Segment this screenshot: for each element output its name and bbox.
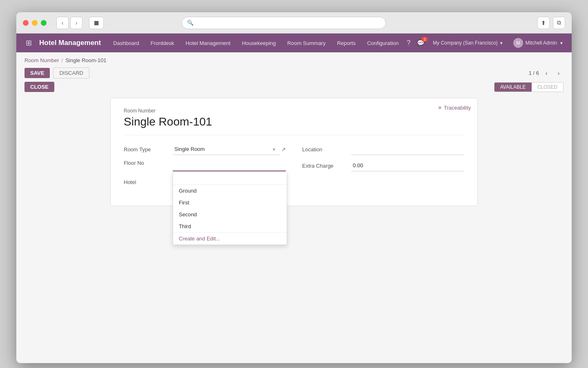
extra-charge-field	[351, 160, 464, 171]
traffic-lights	[23, 20, 47, 26]
company-dropdown-icon: ▼	[499, 41, 503, 45]
url-bar[interactable]: 🔍	[182, 17, 386, 29]
dropdown-search-input[interactable]	[173, 172, 287, 185]
company-selector[interactable]: My Company (San Francisco) ▼	[430, 38, 507, 47]
room-type-field: ▼ ↗	[173, 144, 286, 155]
chat-button[interactable]: 💬 2	[415, 38, 426, 48]
floor-no-row: Floor No Ground First Second Third Creat…	[124, 160, 286, 171]
user-name: Mitchell Admin	[526, 40, 557, 46]
floor-no-input[interactable]	[173, 160, 286, 171]
floor-no-label: Floor No	[124, 160, 173, 166]
nav-reports[interactable]: Reports	[331, 34, 361, 52]
forward-button[interactable]: ›	[70, 17, 82, 29]
help-icon[interactable]: ?	[405, 38, 412, 48]
main-window: ‹ › ▦ 🔍 ⬆ ⧉ ⊞ Hotel Management Dashboard…	[16, 12, 572, 363]
user-menu[interactable]: M Mitchell Admin ▼	[510, 36, 567, 49]
pagination: 1 / 6 ‹ ›	[529, 68, 564, 78]
chat-badge: 2	[421, 37, 428, 42]
titlebar: ‹ › ▦ 🔍 ⬆ ⧉	[16, 12, 572, 34]
traceability-icon: ≡	[438, 105, 441, 111]
form-left-col: Room Type ▼ ↗ Floor No	[124, 144, 286, 193]
dropdown-item-second[interactable]: Second	[173, 209, 287, 220]
nav-dashboard[interactable]: Dashboard	[107, 34, 145, 52]
minimize-window-button[interactable]	[32, 20, 38, 26]
nav-room-summary[interactable]: Room Summary	[282, 34, 332, 52]
action-bar2: CLOSE AVAILABLE CLOSED	[24, 82, 564, 92]
search-icon: 🔍	[187, 20, 194, 26]
company-name: My Company (San Francisco)	[433, 40, 498, 46]
room-type-external-link-icon[interactable]: ↗	[281, 146, 286, 153]
nav-hotel-management[interactable]: Hotel Management	[180, 34, 236, 52]
status-closed[interactable]: CLOSED	[532, 83, 563, 92]
status-available[interactable]: AVAILABLE	[494, 83, 532, 92]
avatar: M	[513, 38, 523, 48]
status-toggle: AVAILABLE CLOSED	[494, 82, 564, 92]
room-type-row: Room Type ▼ ↗	[124, 144, 286, 155]
record-type-label: Room Number	[124, 108, 464, 114]
discard-button[interactable]: DISCARD	[53, 67, 89, 79]
floor-no-field: Ground First Second Third Create and Edi…	[173, 160, 286, 171]
back-button[interactable]: ‹	[56, 17, 69, 29]
dropdown-item-ground[interactable]: Ground	[173, 185, 287, 197]
form-card: ≡ Traceability Room Number Single Room-1…	[110, 98, 478, 206]
prev-record-button[interactable]: ‹	[541, 68, 551, 78]
app-grid-button[interactable]: ⊞	[21, 36, 36, 50]
form-right-col: Location Extra Charge	[302, 144, 464, 193]
pagination-count: 1 / 6	[529, 70, 539, 76]
location-row: Location	[302, 144, 464, 155]
dropdown-item-third[interactable]: Third	[173, 220, 287, 232]
location-field	[351, 144, 464, 155]
form-grid: Room Type ▼ ↗ Floor No	[124, 144, 464, 193]
traceability-label: Traceability	[444, 105, 471, 111]
app-brand: Hotel Management	[36, 39, 107, 47]
room-type-select-wrapper: ▼ ↗	[173, 144, 286, 155]
fullscreen-button[interactable]: ⧉	[553, 17, 565, 29]
action-bar: SAVE DISCARD 1 / 6 ‹ ›	[24, 67, 564, 79]
breadcrumb-parent[interactable]: Room Number	[24, 57, 59, 63]
page-content: Room Number / Single Room-101 SAVE DISCA…	[16, 52, 572, 363]
nav-housekeeping[interactable]: Housekeeping	[236, 34, 281, 52]
titlebar-right: ⬆ ⧉	[537, 17, 565, 29]
share-icon: ⬆	[541, 20, 546, 26]
dropdown-create-edit[interactable]: Create and Edit...	[173, 232, 287, 245]
location-input[interactable]	[351, 144, 464, 155]
user-dropdown-icon: ▼	[559, 41, 564, 45]
nav-configuration[interactable]: Configuration	[361, 34, 404, 52]
dropdown-item-first[interactable]: First	[173, 197, 287, 209]
fullscreen-icon: ⧉	[557, 19, 561, 26]
room-type-label: Room Type	[124, 146, 173, 153]
room-type-input[interactable]	[173, 144, 280, 155]
browser-nav: ‹ ›	[56, 17, 82, 29]
hotel-label: Hotel	[124, 179, 173, 185]
traceability-button[interactable]: ≡ Traceability	[438, 105, 471, 111]
topbar-right: ? 💬 2 My Company (San Francisco) ▼ M Mit…	[405, 36, 567, 49]
app-topbar: ⊞ Hotel Management Dashboard Frontdesk H…	[16, 34, 572, 52]
extra-charge-input[interactable]	[351, 160, 464, 171]
close-window-button[interactable]	[23, 20, 29, 26]
extra-charge-row: Extra Charge	[302, 160, 464, 171]
nav-frontdesk[interactable]: Frontdesk	[145, 34, 180, 52]
extra-charge-label: Extra Charge	[302, 163, 351, 169]
sidebar-toggle-button[interactable]: ▦	[89, 17, 104, 29]
maximize-window-button[interactable]	[41, 20, 47, 26]
share-button[interactable]: ⬆	[537, 17, 550, 29]
sidebar-icon: ▦	[94, 20, 99, 26]
breadcrumb-current: Single Room-101	[65, 57, 106, 63]
next-record-button[interactable]: ›	[554, 68, 564, 78]
record-title: Single Room-101	[124, 115, 464, 135]
location-label: Location	[302, 146, 351, 153]
breadcrumb: Room Number / Single Room-101	[24, 57, 564, 63]
app-nav: Dashboard Frontdesk Hotel Management Hou…	[107, 34, 405, 52]
breadcrumb-separator: /	[62, 57, 63, 63]
floor-no-dropdown: Ground First Second Third Create and Edi…	[173, 171, 287, 245]
close-button[interactable]: CLOSE	[24, 82, 54, 92]
save-button[interactable]: SAVE	[24, 68, 50, 78]
